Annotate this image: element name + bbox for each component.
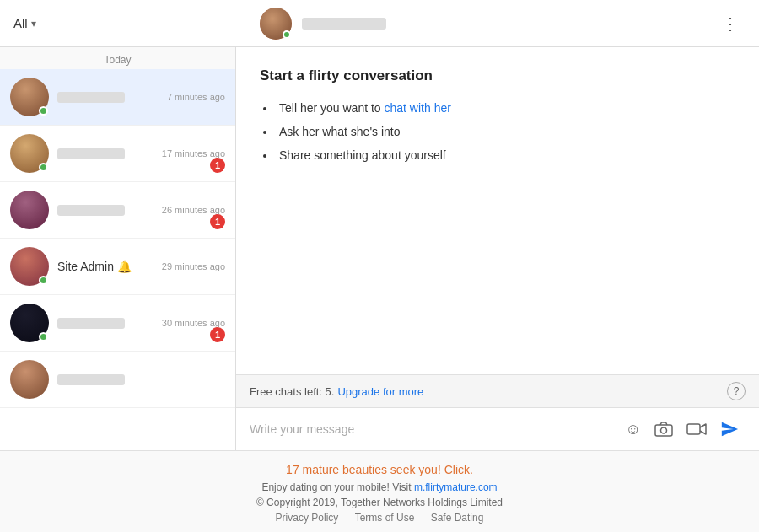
conversation-time: 29 minutes ago [162, 261, 225, 271]
conversation-item[interactable]: 17 minutes ago1 [0, 126, 235, 182]
conversation-name-row: 30 minutes ago [57, 318, 225, 329]
svg-point-1 [661, 427, 667, 433]
header-user-section: ⋮ [250, 8, 746, 40]
message-input-row: ☺ [236, 408, 759, 450]
footer: 17 mature beauties seek you! Click. Enjo… [0, 450, 759, 532]
conversation-name-blurred [57, 92, 125, 103]
unread-badge: 1 [210, 327, 225, 342]
chevron-down-icon[interactable]: ▾ [31, 18, 36, 30]
online-indicator [39, 163, 48, 172]
sidebar-date-header: Today [0, 47, 235, 69]
online-indicator [39, 106, 48, 116]
send-button[interactable] [713, 416, 746, 442]
online-indicator [39, 276, 48, 285]
terms-of-use-link[interactable]: Terms of Use [355, 512, 415, 524]
avatar-wrap [10, 360, 49, 399]
footer-text: Enjoy dating on your mobile! Visit m.fli… [0, 481, 759, 493]
conversation-name-blurred [57, 374, 125, 385]
online-indicator [283, 30, 291, 39]
avatar [10, 360, 49, 399]
filter-section: All ▾ [13, 16, 250, 30]
highlight-chat: chat with her [385, 101, 451, 115]
conversation-name-blurred [57, 318, 125, 329]
conversation-info: 17 minutes ago [57, 148, 225, 159]
avatar-wrap [10, 134, 49, 173]
conversation-info: 30 minutes ago [57, 318, 225, 329]
camera-icon [654, 422, 673, 437]
conversation-info [57, 374, 225, 385]
sidebar: Today 7 minutes ago17 minutes ago126 min… [0, 47, 236, 450]
avatar-wrap [10, 191, 49, 229]
conversation-item[interactable]: Site Admin 🔔29 minutes ago [0, 239, 235, 295]
chat-body: Start a flirty conversation Tell her you… [236, 47, 759, 374]
camera-button[interactable] [648, 418, 680, 440]
mobile-site-link[interactable]: m.flirtymature.com [414, 481, 498, 493]
conversation-item[interactable]: 7 minutes ago [0, 69, 235, 126]
upgrade-link[interactable]: Upgrade for more [337, 385, 423, 398]
unread-badge: 1 [210, 214, 225, 229]
avatar-wrap [10, 247, 49, 286]
unread-badge: 1 [210, 158, 225, 173]
conversation-name-blurred [57, 148, 125, 159]
conversation-name-row: Site Admin 🔔29 minutes ago [57, 260, 225, 273]
conversation-info: Site Admin 🔔29 minutes ago [57, 260, 225, 273]
help-icon-button[interactable]: ? [727, 382, 746, 400]
avatar-wrap [10, 78, 49, 116]
avatar-wrap [10, 304, 49, 342]
privacy-policy-link[interactable]: Privacy Policy [276, 512, 339, 524]
safe-dating-link[interactable]: Safe Dating [431, 512, 484, 524]
conversation-name-row [57, 374, 225, 385]
tip-3: Share something about yourself [263, 143, 735, 167]
conversation-name-row: 17 minutes ago [57, 148, 225, 159]
free-chats-bar: Free chats left: 5. Upgrade for more ? [236, 375, 759, 408]
main-layout: Today 7 minutes ago17 minutes ago126 min… [0, 47, 759, 450]
top-bar: All ▾ ⋮ [0, 0, 759, 47]
header-avatar-wrap [260, 8, 292, 40]
chat-input-area: Free chats left: 5. Upgrade for more ? ☺ [236, 374, 759, 450]
video-icon [686, 422, 707, 437]
tip-1: Tell her you want to chat with her [263, 96, 735, 120]
avatar [10, 191, 49, 229]
conversation-name-row: 7 minutes ago [57, 92, 225, 103]
send-icon [720, 420, 739, 438]
start-conversation-title: Start a flirty conversation [260, 67, 735, 84]
conversation-tips: Tell her you want to chat with her Ask h… [260, 96, 735, 167]
filter-label[interactable]: All [13, 16, 28, 30]
conversation-item[interactable]: 30 minutes ago1 [0, 295, 235, 352]
conversation-name-blurred [57, 205, 125, 216]
footer-links: Privacy Policy Terms of Use Safe Dating [0, 512, 759, 524]
chat-panel: Start a flirty conversation Tell her you… [236, 47, 759, 450]
svg-rect-2 [687, 424, 700, 434]
conversation-item[interactable]: 26 minutes ago1 [0, 182, 235, 239]
free-chats-label: Free chats left: 5. [250, 385, 334, 398]
header-username-blurred [302, 18, 386, 30]
video-button[interactable] [680, 418, 713, 440]
svg-rect-0 [655, 425, 672, 436]
conversation-list: 7 minutes ago17 minutes ago126 minutes a… [0, 69, 235, 450]
promo-link[interactable]: 17 mature beauties seek you! Click. [0, 463, 759, 476]
more-options-button[interactable]: ⋮ [715, 10, 746, 37]
emoji-button[interactable]: ☺ [619, 417, 648, 442]
conversation-name: Site Admin 🔔 [57, 260, 132, 273]
copyright-text: © Copyright 2019, Together Networks Hold… [0, 497, 759, 508]
conversation-info: 7 minutes ago [57, 92, 225, 103]
tip-2: Ask her what she's into [263, 120, 735, 143]
conversation-info: 26 minutes ago [57, 205, 225, 216]
online-indicator [39, 332, 48, 341]
conversation-time: 7 minutes ago [167, 92, 225, 102]
conversation-name-row: 26 minutes ago [57, 205, 225, 216]
conversation-item[interactable] [0, 352, 235, 408]
message-input[interactable] [250, 422, 619, 436]
